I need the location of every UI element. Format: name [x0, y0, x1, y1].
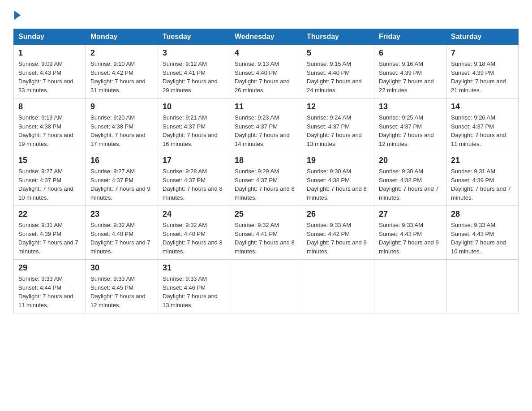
day-number: 2 [90, 48, 153, 58]
day-info: Sunrise: 9:12 AM Sunset: 4:41 PM Dayligh… [163, 60, 225, 94]
day-info: Sunrise: 9:20 AM Sunset: 4:38 PM Dayligh… [90, 113, 153, 148]
day-number: 12 [307, 102, 369, 111]
calendar-day-cell: 27 Sunrise: 9:33 AM Sunset: 4:43 PM Dayl… [374, 206, 446, 260]
calendar-day-cell: 20 Sunrise: 9:30 AM Sunset: 4:38 PM Dayl… [374, 152, 446, 206]
day-info: Sunrise: 9:24 AM Sunset: 4:37 PM Dayligh… [307, 113, 369, 148]
calendar-day-cell: 3 Sunrise: 9:12 AM Sunset: 4:41 PM Dayli… [158, 45, 230, 98]
calendar-day-cell: 23 Sunrise: 9:32 AM Sunset: 4:40 PM Dayl… [86, 206, 158, 260]
day-info: Sunrise: 9:15 AM Sunset: 4:40 PM Dayligh… [307, 60, 369, 94]
day-info: Sunrise: 9:33 AM Sunset: 4:45 PM Dayligh… [90, 274, 153, 309]
day-number: 11 [235, 102, 297, 111]
day-number: 25 [235, 210, 297, 219]
day-info: Sunrise: 9:32 AM Sunset: 4:40 PM Dayligh… [163, 221, 225, 256]
page-header [13, 9, 519, 20]
col-friday: Friday [374, 29, 446, 45]
day-info: Sunrise: 9:10 AM Sunset: 4:42 PM Dayligh… [90, 60, 153, 94]
day-info: Sunrise: 9:33 AM Sunset: 4:46 PM Dayligh… [163, 274, 225, 309]
logo [13, 9, 21, 20]
calendar-day-cell: 16 Sunrise: 9:27 AM Sunset: 4:37 PM Dayl… [86, 152, 158, 206]
day-info: Sunrise: 9:33 AM Sunset: 4:43 PM Dayligh… [451, 221, 514, 256]
day-number: 18 [235, 156, 297, 165]
day-number: 26 [307, 210, 369, 219]
day-info: Sunrise: 9:27 AM Sunset: 4:37 PM Dayligh… [18, 167, 81, 202]
day-number: 4 [235, 48, 297, 58]
col-monday: Monday [86, 29, 158, 45]
day-number: 3 [163, 48, 225, 58]
day-info: Sunrise: 9:26 AM Sunset: 4:37 PM Dayligh… [451, 113, 514, 148]
day-number: 22 [18, 210, 81, 219]
calendar-day-cell: 21 Sunrise: 9:31 AM Sunset: 4:39 PM Dayl… [446, 152, 519, 206]
col-thursday: Thursday [302, 29, 374, 45]
day-info: Sunrise: 9:23 AM Sunset: 4:37 PM Dayligh… [235, 113, 297, 148]
day-number: 24 [163, 210, 225, 219]
calendar-day-cell: 30 Sunrise: 9:33 AM Sunset: 4:45 PM Dayl… [86, 260, 158, 313]
day-number: 16 [90, 156, 153, 165]
day-number: 17 [163, 156, 225, 165]
calendar-day-cell: 31 Sunrise: 9:33 AM Sunset: 4:46 PM Dayl… [158, 260, 230, 313]
day-info: Sunrise: 9:29 AM Sunset: 4:37 PM Dayligh… [235, 167, 297, 202]
day-info: Sunrise: 9:13 AM Sunset: 4:40 PM Dayligh… [235, 60, 297, 94]
day-number: 31 [163, 263, 225, 273]
day-number: 15 [18, 156, 81, 165]
day-number: 14 [451, 102, 514, 111]
day-info: Sunrise: 9:33 AM Sunset: 4:44 PM Dayligh… [18, 274, 81, 309]
day-info: Sunrise: 9:30 AM Sunset: 4:38 PM Dayligh… [307, 167, 369, 202]
calendar-day-cell: 13 Sunrise: 9:25 AM Sunset: 4:37 PM Dayl… [374, 98, 446, 152]
col-wednesday: Wednesday [230, 29, 302, 45]
calendar-day-cell: 7 Sunrise: 9:18 AM Sunset: 4:39 PM Dayli… [446, 45, 519, 98]
calendar-day-cell: 26 Sunrise: 9:33 AM Sunset: 4:42 PM Dayl… [302, 206, 374, 260]
day-info: Sunrise: 9:31 AM Sunset: 4:39 PM Dayligh… [18, 221, 81, 256]
calendar-day-cell [302, 260, 374, 313]
calendar-day-cell: 1 Sunrise: 9:09 AM Sunset: 4:43 PM Dayli… [14, 45, 86, 98]
calendar-day-cell: 2 Sunrise: 9:10 AM Sunset: 4:42 PM Dayli… [86, 45, 158, 98]
calendar-day-cell [230, 260, 302, 313]
calendar-day-cell [374, 260, 446, 313]
day-number: 23 [90, 210, 153, 219]
calendar-day-cell: 5 Sunrise: 9:15 AM Sunset: 4:40 PM Dayli… [302, 45, 374, 98]
day-number: 19 [307, 156, 369, 165]
day-info: Sunrise: 9:16 AM Sunset: 4:39 PM Dayligh… [379, 60, 442, 94]
calendar-day-cell: 28 Sunrise: 9:33 AM Sunset: 4:43 PM Dayl… [446, 206, 519, 260]
day-info: Sunrise: 9:31 AM Sunset: 4:39 PM Dayligh… [451, 167, 514, 202]
calendar-header-row: Sunday Monday Tuesday Wednesday Thursday… [14, 29, 519, 45]
calendar-day-cell: 8 Sunrise: 9:19 AM Sunset: 4:38 PM Dayli… [14, 98, 86, 152]
day-number: 28 [451, 210, 514, 219]
calendar-week-row: 1 Sunrise: 9:09 AM Sunset: 4:43 PM Dayli… [14, 45, 519, 98]
day-number: 30 [90, 263, 153, 273]
day-info: Sunrise: 9:30 AM Sunset: 4:38 PM Dayligh… [379, 167, 442, 202]
calendar-day-cell [446, 260, 519, 313]
logo-arrow-icon [14, 11, 21, 20]
calendar-day-cell: 12 Sunrise: 9:24 AM Sunset: 4:37 PM Dayl… [302, 98, 374, 152]
day-number: 29 [18, 263, 81, 273]
day-info: Sunrise: 9:27 AM Sunset: 4:37 PM Dayligh… [90, 167, 153, 202]
calendar-week-row: 8 Sunrise: 9:19 AM Sunset: 4:38 PM Dayli… [14, 98, 519, 152]
calendar-week-row: 15 Sunrise: 9:27 AM Sunset: 4:37 PM Dayl… [14, 152, 519, 206]
day-info: Sunrise: 9:21 AM Sunset: 4:37 PM Dayligh… [163, 113, 225, 148]
day-info: Sunrise: 9:32 AM Sunset: 4:40 PM Dayligh… [90, 221, 153, 256]
day-info: Sunrise: 9:19 AM Sunset: 4:38 PM Dayligh… [18, 113, 81, 148]
day-number: 27 [379, 210, 442, 219]
col-saturday: Saturday [446, 29, 519, 45]
calendar-day-cell: 18 Sunrise: 9:29 AM Sunset: 4:37 PM Dayl… [230, 152, 302, 206]
calendar-day-cell: 6 Sunrise: 9:16 AM Sunset: 4:39 PM Dayli… [374, 45, 446, 98]
calendar-day-cell: 22 Sunrise: 9:31 AM Sunset: 4:39 PM Dayl… [14, 206, 86, 260]
calendar-day-cell: 24 Sunrise: 9:32 AM Sunset: 4:40 PM Dayl… [158, 206, 230, 260]
calendar-week-row: 22 Sunrise: 9:31 AM Sunset: 4:39 PM Dayl… [14, 206, 519, 260]
day-info: Sunrise: 9:33 AM Sunset: 4:42 PM Dayligh… [307, 221, 369, 256]
calendar-day-cell: 17 Sunrise: 9:28 AM Sunset: 4:37 PM Dayl… [158, 152, 230, 206]
day-info: Sunrise: 9:25 AM Sunset: 4:37 PM Dayligh… [379, 113, 442, 148]
day-number: 21 [451, 156, 514, 165]
day-number: 13 [379, 102, 442, 111]
calendar-day-cell: 10 Sunrise: 9:21 AM Sunset: 4:37 PM Dayl… [158, 98, 230, 152]
calendar-day-cell: 11 Sunrise: 9:23 AM Sunset: 4:37 PM Dayl… [230, 98, 302, 152]
day-number: 5 [307, 48, 369, 58]
day-info: Sunrise: 9:33 AM Sunset: 4:43 PM Dayligh… [379, 221, 442, 256]
calendar-week-row: 29 Sunrise: 9:33 AM Sunset: 4:44 PM Dayl… [14, 260, 519, 313]
day-number: 20 [379, 156, 442, 165]
calendar-table: Sunday Monday Tuesday Wednesday Thursday… [13, 29, 519, 313]
day-number: 9 [90, 102, 153, 111]
calendar-day-cell: 4 Sunrise: 9:13 AM Sunset: 4:40 PM Dayli… [230, 45, 302, 98]
day-number: 1 [18, 48, 81, 58]
day-info: Sunrise: 9:32 AM Sunset: 4:41 PM Dayligh… [235, 221, 297, 256]
calendar-day-cell: 14 Sunrise: 9:26 AM Sunset: 4:37 PM Dayl… [446, 98, 519, 152]
